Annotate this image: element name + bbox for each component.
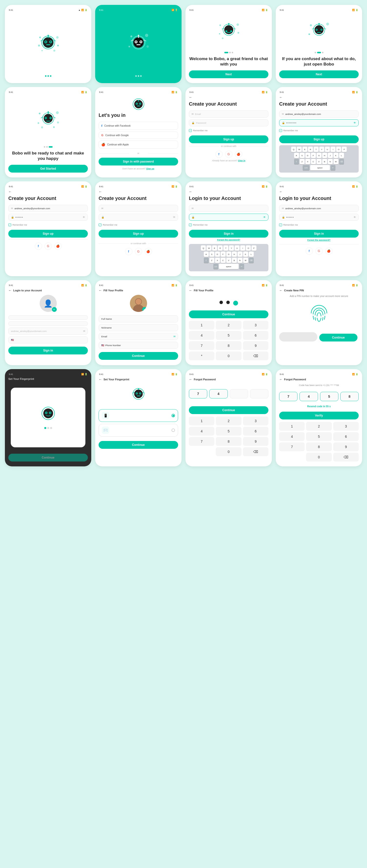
otp-input-1-2[interactable]: 4 [209, 389, 228, 398]
key-m[interactable]: M [334, 159, 338, 164]
fb-login-btn[interactable]: f Continue with Facebook [98, 122, 178, 130]
otp-input-2-2[interactable]: 4 [300, 392, 318, 401]
phone-input[interactable]: 🇺🇸 [8, 336, 88, 343]
num-2[interactable]: 2 [216, 321, 241, 330]
email-input-filled[interactable]: ✉ andrew_ainsley@yourdomain.com [279, 111, 359, 118]
nickname-filled[interactable]: Nickname [98, 324, 178, 331]
otp-num-9-2[interactable]: 9 [333, 442, 359, 451]
key-return[interactable]: ↩ [331, 165, 335, 170]
remember-checkbox-5[interactable]: ✓ [189, 223, 192, 226]
otp-num-7[interactable]: 7 [189, 437, 214, 446]
remember-checkbox[interactable]: ✓ [189, 129, 192, 132]
eye-icon-2[interactable]: 👁 [83, 216, 85, 219]
key-v-2[interactable]: V [226, 258, 231, 263]
password-input-empty[interactable]: 🔒 Password [189, 119, 269, 126]
key-t[interactable]: T [314, 147, 318, 152]
key-c-2[interactable]: C [221, 258, 226, 263]
signup-btn-1[interactable]: Sign up [189, 135, 269, 143]
key-f[interactable]: F [311, 153, 316, 158]
key-space-2[interactable]: space [219, 264, 238, 269]
nickname-input[interactable] [8, 321, 88, 326]
otp-num-0[interactable]: 0 [216, 447, 241, 456]
phone-filled[interactable]: 🇺🇸 Phone Number [98, 342, 178, 349]
key-y-2[interactable]: Y [229, 245, 234, 251]
fb-social-btn[interactable]: f [215, 151, 223, 158]
key-r[interactable]: R [308, 147, 313, 152]
key-h[interactable]: H [322, 153, 327, 158]
remember-checkbox-4[interactable]: ✓ [98, 223, 102, 226]
otp-num-1[interactable]: 1 [189, 416, 214, 425]
profile-email-filled[interactable]: Email ✉ [98, 333, 178, 340]
otp-bsp[interactable]: ⌫ [243, 447, 269, 456]
avatar-edit-btn-2[interactable]: ✏ [142, 307, 147, 312]
login-email-filled-2[interactable]: ✉ andrew_ainsley@yourdomain.com [279, 205, 359, 212]
otp-num-4[interactable]: 4 [189, 427, 214, 436]
full-name-input[interactable] [8, 315, 88, 320]
email-option[interactable]: ✉️ [98, 424, 178, 437]
key-u[interactable]: U [325, 147, 330, 152]
otp-num-3[interactable]: 3 [243, 416, 269, 425]
signin-btn-2[interactable]: Sign in [189, 230, 269, 238]
key-return-2[interactable]: ↩ [239, 264, 244, 269]
key-v[interactable]: V [317, 159, 321, 164]
remember-checkbox-6[interactable]: ✓ [279, 223, 282, 226]
num-1[interactable]: 1 [189, 321, 214, 330]
continue-btn-forgot[interactable]: Continue [98, 441, 178, 449]
skip-btn[interactable] [279, 332, 317, 341]
num-bsp[interactable]: ⌫ [243, 351, 269, 360]
login-email-input[interactable]: ✉ [98, 205, 178, 212]
back-arrow-4[interactable]: ← [98, 190, 178, 194]
signup-btn-3[interactable]: Sign up [8, 230, 88, 238]
otp-num-5-2[interactable]: 5 [306, 432, 332, 441]
otp-input-1-1[interactable]: 7 [189, 389, 207, 398]
otp-num-7-2[interactable]: 7 [279, 442, 305, 451]
otp-input-1-3[interactable] [230, 389, 248, 398]
num-3[interactable]: 3 [243, 321, 269, 330]
otp-input-2-1[interactable]: 7 [279, 392, 298, 401]
key-shift[interactable]: ⇧ [294, 159, 299, 164]
back-arrow-3[interactable]: ← [8, 190, 88, 194]
back-arrow-6[interactable]: ← [279, 190, 359, 194]
avatar-edit-btn[interactable]: ✏ [52, 307, 57, 312]
num-8[interactable]: 8 [216, 341, 241, 350]
continue-btn-3[interactable]: Continue [189, 310, 269, 318]
key-shift-2[interactable]: ⇧ [204, 258, 209, 263]
verify-btn-2[interactable]: Verify [279, 412, 359, 420]
google-login-btn[interactable]: G Continue with Google [98, 131, 178, 139]
key-space[interactable]: space [310, 165, 330, 170]
key-u-2[interactable]: U [235, 245, 239, 251]
key-a-2[interactable]: A [204, 251, 209, 257]
remember-checkbox-3[interactable]: ✓ [8, 223, 11, 226]
key-i[interactable]: I [331, 147, 335, 152]
key-w[interactable]: W [297, 147, 302, 152]
otp-input-2-4[interactable]: 8 [340, 392, 359, 401]
google-btn-3[interactable]: G [135, 248, 142, 255]
key-z[interactable]: Z [300, 159, 305, 164]
key-p-2[interactable]: P [252, 245, 256, 251]
login-password-filled[interactable]: 🔒 •••••• 👁 [279, 214, 359, 221]
fb-btn-3[interactable]: f [125, 248, 132, 255]
email-input-social[interactable]: ✉ andrew_ainsley@yourdomain.com [8, 205, 88, 212]
key-d-2[interactable]: D [215, 251, 220, 257]
num-5[interactable]: 5 [216, 331, 241, 340]
key-k-2[interactable]: K [243, 251, 248, 257]
back-arrow-9[interactable]: ← [189, 288, 192, 292]
key-k[interactable]: K [334, 153, 338, 158]
back-arrow-7[interactable]: ← [8, 288, 12, 292]
get-started-button[interactable]: Get Started [8, 165, 88, 173]
back-arrow-5[interactable]: ← [189, 190, 269, 194]
key-d[interactable]: D [305, 153, 310, 158]
email-input-empty[interactable]: ✉ Email [189, 111, 269, 118]
password-input-active[interactable]: 🔒 •••••••• 👁 [279, 119, 359, 126]
otp-num-3-2[interactable]: 3 [333, 422, 359, 431]
key-m-2[interactable]: M [243, 258, 248, 263]
key-s-2[interactable]: S [209, 251, 214, 257]
eye-icon-4[interactable]: 👁 [263, 216, 266, 219]
full-name-filled[interactable]: Full Name [98, 315, 178, 322]
key-e-2[interactable]: E [212, 245, 217, 251]
key-n[interactable]: N [328, 159, 333, 164]
back-arrow-13[interactable]: ← [279, 377, 283, 381]
key-q[interactable]: Q [291, 147, 296, 152]
phone-option[interactable]: 📱 [98, 409, 178, 422]
key-j[interactable]: J [328, 153, 333, 158]
